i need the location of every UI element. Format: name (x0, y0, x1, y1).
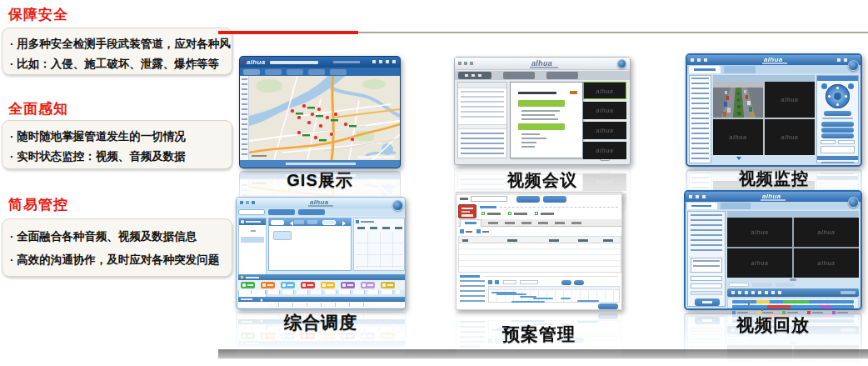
date-input[interactable] (520, 280, 538, 284)
tab-label-4[interactable] (521, 222, 531, 224)
globe-icon[interactable] (848, 60, 859, 71)
menu-button[interactable] (330, 69, 347, 75)
zoom-in-icon[interactable] (488, 280, 492, 284)
gantt-chart[interactable] (488, 286, 620, 303)
alarm-button[interactable] (301, 282, 315, 288)
subtab-2[interactable] (752, 283, 772, 287)
subtab-active[interactable] (729, 283, 749, 287)
settings-icon[interactable] (464, 62, 467, 65)
globe-icon[interactable] (617, 59, 626, 68)
contact-item[interactable] (251, 230, 256, 232)
playback-buttons[interactable] (731, 291, 785, 294)
globe-icon[interactable] (392, 200, 403, 211)
menu-button[interactable] (308, 69, 325, 75)
table-rows[interactable] (459, 243, 621, 272)
contact-item-selected[interactable] (241, 237, 264, 243)
plan-table[interactable] (458, 236, 621, 273)
search-input[interactable] (471, 196, 507, 202)
tool-icons[interactable] (242, 78, 247, 158)
video-tile[interactable]: alhua (765, 119, 815, 155)
session-tab[interactable] (307, 220, 317, 224)
save-button[interactable] (598, 303, 618, 309)
start-time-input[interactable] (691, 276, 722, 281)
session-tab-highlight[interactable] (322, 220, 336, 225)
video-tile[interactable]: alhua (713, 119, 763, 155)
sync-play-button[interactable] (841, 291, 856, 294)
preset-select[interactable] (838, 140, 855, 144)
share-button[interactable] (361, 282, 375, 288)
broadcast-button[interactable] (261, 282, 275, 288)
scale-select[interactable] (503, 280, 516, 284)
ptz-aux-button[interactable] (848, 83, 854, 89)
video-tile[interactable]: alhua (583, 142, 626, 159)
tab-2[interactable] (721, 203, 751, 209)
playback-toolbar[interactable] (727, 211, 859, 218)
window-controls[interactable] (837, 58, 847, 62)
gis-side-tools[interactable] (240, 76, 249, 160)
subtab-3[interactable] (776, 283, 796, 287)
gis-menubar[interactable] (240, 68, 400, 76)
meeting-button[interactable] (341, 282, 355, 288)
video-toolbar[interactable] (713, 75, 815, 82)
action-label-chips[interactable] (240, 290, 400, 294)
checkbox[interactable] (481, 212, 485, 215)
arrow-right-icon[interactable] (342, 221, 348, 226)
delete-icon[interactable] (476, 229, 481, 233)
arrow-left-icon[interactable] (258, 298, 262, 302)
video-tile[interactable]: alhua (727, 218, 792, 247)
settings-icon[interactable] (246, 201, 249, 204)
tab-label-6[interactable] (555, 222, 565, 224)
timeline-cursor-2[interactable] (761, 308, 763, 311)
video-tile[interactable]: alhua (794, 218, 859, 247)
ptz-aux-button[interactable] (821, 83, 827, 89)
globe-icon[interactable] (848, 197, 859, 208)
ptz-button[interactable] (824, 111, 851, 116)
checkbox[interactable] (535, 212, 538, 215)
preset-select[interactable] (821, 140, 836, 144)
user-icon[interactable] (470, 62, 473, 65)
conference-sidebar[interactable] (457, 82, 507, 158)
tab-2[interactable] (503, 72, 535, 79)
tab-2[interactable] (724, 66, 756, 73)
tab-label-2[interactable] (488, 222, 498, 224)
preset-list[interactable] (821, 146, 855, 153)
iris-control[interactable] (821, 133, 854, 138)
user-icon[interactable] (252, 201, 255, 204)
tab-label-3[interactable] (505, 222, 515, 224)
plan-card[interactable] (458, 204, 476, 218)
grid-resize-handle[interactable] (790, 278, 796, 281)
log-tab[interactable] (241, 298, 252, 301)
timeline-track-1[interactable] (732, 300, 854, 303)
session-tab[interactable] (294, 220, 304, 224)
flow-tree[interactable] (460, 280, 485, 302)
traffic-camera-view[interactable] (713, 82, 763, 118)
focus-control[interactable] (821, 128, 854, 133)
task-grid[interactable] (356, 232, 402, 268)
tab-label-5[interactable] (538, 222, 548, 224)
tab-dispatch[interactable] (268, 209, 295, 215)
log-buttons[interactable] (267, 303, 377, 307)
video-tile[interactable]: alhua (583, 122, 626, 139)
window-controls[interactable] (372, 60, 396, 63)
add-icon[interactable] (460, 229, 464, 233)
message-list[interactable] (461, 133, 504, 156)
video-tile[interactable]: alhua (794, 248, 859, 278)
apply-button[interactable] (561, 280, 571, 285)
device-tree[interactable] (691, 78, 709, 161)
menu-button[interactable] (287, 69, 303, 75)
menu-button[interactable] (243, 69, 260, 75)
device-tree-panel[interactable] (689, 75, 711, 163)
message-button[interactable] (321, 282, 335, 288)
phone-icon[interactable] (240, 201, 243, 204)
call-button[interactable] (241, 282, 255, 288)
titlebar-icons[interactable] (689, 195, 706, 198)
reset-button[interactable] (574, 280, 584, 285)
tab-3[interactable] (546, 72, 578, 79)
map-canvas[interactable] (249, 76, 400, 160)
video-tile[interactable]: alhua (583, 102, 626, 119)
selected-channel-list[interactable] (691, 258, 722, 273)
timeline-track-2[interactable] (732, 305, 854, 308)
tab-label-7[interactable] (571, 222, 581, 224)
video-call-button[interactable] (281, 282, 295, 288)
new-plan-button[interactable] (516, 196, 540, 203)
